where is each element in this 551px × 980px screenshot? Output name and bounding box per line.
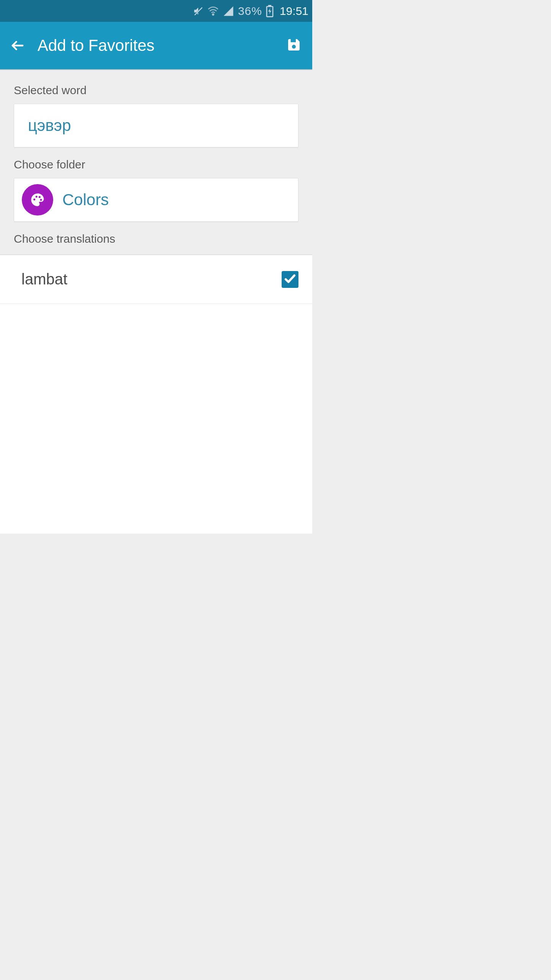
status-bar: 36% 19:51 <box>0 0 312 22</box>
label-choose-translations: Choose translations <box>0 222 312 255</box>
wifi-icon <box>207 5 219 17</box>
battery-percentage: 36% <box>238 5 262 18</box>
palette-icon <box>22 184 53 216</box>
cellular-signal-icon <box>223 5 234 17</box>
svg-point-3 <box>292 45 296 49</box>
label-choose-folder: Choose folder <box>0 147 312 178</box>
translation-text: lambat <box>21 271 282 288</box>
svg-point-8 <box>40 199 42 201</box>
svg-point-6 <box>36 196 37 198</box>
volume-mute-icon <box>193 6 204 16</box>
save-icon <box>286 37 302 54</box>
selected-word-card[interactable]: цэвэр <box>14 104 298 147</box>
folder-name: Colors <box>62 191 109 209</box>
clock: 19:51 <box>280 5 308 18</box>
empty-area <box>0 304 312 534</box>
svg-point-5 <box>33 199 35 201</box>
selected-word-text: цэвэр <box>28 116 71 135</box>
svg-point-0 <box>212 13 214 15</box>
translation-row[interactable]: lambat <box>0 255 312 304</box>
translation-checkbox[interactable] <box>282 271 298 288</box>
translations-list: lambat <box>0 255 312 304</box>
label-selected-word: Selected word <box>0 70 312 104</box>
save-button[interactable] <box>285 36 303 55</box>
svg-point-7 <box>39 196 41 198</box>
battery-charging-icon <box>266 5 274 17</box>
page-title: Add to Favorites <box>37 36 273 55</box>
app-bar: Add to Favorites <box>0 22 312 70</box>
svg-rect-4 <box>291 39 296 42</box>
folder-selector[interactable]: Colors <box>14 178 298 222</box>
svg-rect-2 <box>268 5 271 7</box>
checkmark-icon <box>284 272 297 287</box>
back-button[interactable] <box>9 37 26 54</box>
